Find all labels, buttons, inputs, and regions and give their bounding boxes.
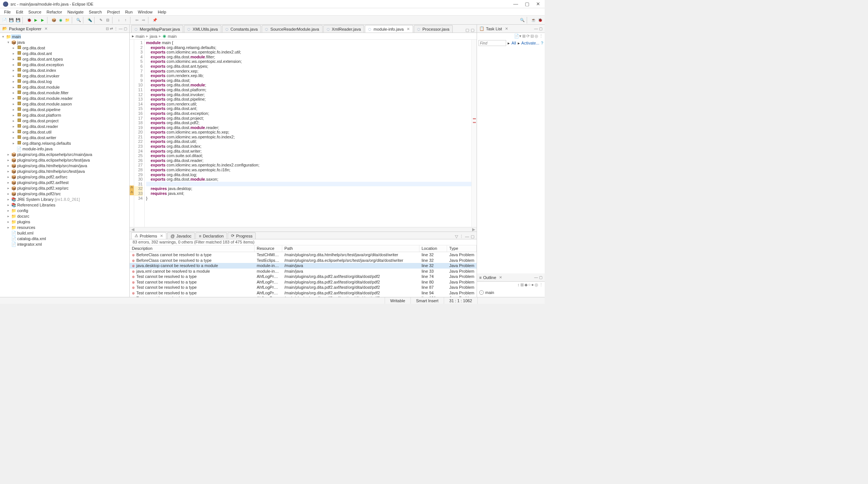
minimize-pane-icon[interactable]: —: [119, 27, 123, 31]
debug-icon[interactable]: 🐞: [26, 17, 32, 23]
problem-row[interactable]: ⊗Test cannot be resolved to a typeAhfLog…: [130, 295, 477, 297]
activate-link[interactable]: Activate...: [521, 41, 539, 45]
link-editor-icon[interactable]: ⇄: [110, 27, 113, 31]
tree-item[interactable]: ▸📦plugins/org.dita.eclipsehelp/src/test/…: [0, 157, 129, 163]
hide-local-icon[interactable]: ●: [531, 282, 534, 287]
tree-item[interactable]: ▸📁config: [0, 208, 129, 213]
back-icon[interactable]: ⇦: [134, 17, 140, 23]
close-button[interactable]: ✕: [536, 1, 540, 7]
new-task-icon[interactable]: 📄▾: [514, 34, 521, 39]
editor-tab[interactable]: ◌Constants.java: [222, 25, 261, 33]
bottom-tab-javadoc[interactable]: @Javadoc: [167, 232, 195, 239]
minimize-pane-icon[interactable]: —: [534, 27, 538, 31]
filter-icon[interactable]: ▽: [455, 234, 458, 239]
pin-icon[interactable]: 📌: [152, 17, 158, 23]
tree-item[interactable]: ▸📁plugins: [0, 219, 129, 224]
minimize-pane-icon[interactable]: —: [534, 275, 538, 279]
menu-search[interactable]: Search: [86, 9, 105, 15]
overview-ruler[interactable]: [471, 40, 477, 227]
code-area[interactable]: module main { exports org.ditang.relaxng…: [145, 40, 471, 227]
tree-item[interactable]: ▸📚Referenced Libraries: [0, 202, 129, 208]
problem-row[interactable]: ⊗java.desktop cannot be resolved to a mo…: [130, 263, 477, 269]
new-package-icon[interactable]: 📦: [51, 17, 57, 23]
tree-item[interactable]: ▸org.ditang.relaxng.defaults: [0, 140, 129, 146]
col-location[interactable]: Location: [419, 245, 447, 252]
editor-tab[interactable]: ◌SourceReaderModule.java: [262, 25, 322, 33]
tree-item[interactable]: ▸org.dita.dost.platform: [0, 112, 129, 118]
tree-item[interactable]: ▸org.dita.dost.index: [0, 67, 129, 73]
tree-item[interactable]: ▸org.dita.dost.module.filter: [0, 90, 129, 95]
close-icon[interactable]: ✕: [499, 275, 502, 279]
editor-tab[interactable]: ◌Processor.java: [414, 25, 453, 33]
tree-item[interactable]: ▸📦plugins/org.dita.pdf2/src: [0, 191, 129, 196]
breadcrumb-project[interactable]: main: [136, 34, 145, 39]
tree-item[interactable]: ▸org.dita.dost.ant.types: [0, 56, 129, 62]
tree-item[interactable]: ▸org.dita.dost.module: [0, 84, 129, 90]
tree-item[interactable]: ▸org.dita.dost.reader: [0, 123, 129, 129]
help-icon[interactable]: ?: [541, 41, 543, 45]
quick-access-icon[interactable]: 🔍: [519, 17, 525, 23]
tree-item[interactable]: ▸org.dita.dost.util: [0, 129, 129, 135]
categorize-icon[interactable]: ⊞: [522, 34, 526, 39]
task-find-input[interactable]: [478, 40, 506, 46]
bottom-tab-progress[interactable]: ⟳Progress: [228, 232, 256, 239]
problem-row[interactable]: ⊗BeforeClass cannot be resolved to a typ…: [130, 258, 477, 263]
tree-item[interactable]: ▾📁main: [0, 34, 129, 39]
tree-item[interactable]: ▸org.dita.dost: [0, 45, 129, 50]
menu-help[interactable]: Help: [155, 9, 169, 15]
search-icon[interactable]: 🔦: [87, 17, 93, 23]
tree-item[interactable]: ▸org.dita.dost.ant: [0, 50, 129, 56]
new-folder-icon[interactable]: 📁: [64, 17, 70, 23]
maximize-editor-icon[interactable]: ▢: [471, 28, 474, 33]
coverage-icon[interactable]: ▶: [40, 17, 46, 23]
bottom-tab-problems[interactable]: ⚠Problems✕: [131, 232, 166, 239]
col-path[interactable]: Path: [282, 245, 419, 252]
tree-item[interactable]: ▸📦plugins/org.dita.htmlhelp/src/test/jav…: [0, 168, 129, 174]
menu-navigate[interactable]: Navigate: [65, 9, 86, 15]
tree-item[interactable]: ▸org.dita.dost.writer: [0, 135, 129, 140]
view-menu-icon[interactable]: ⋮: [459, 234, 464, 239]
breadcrumb[interactable]: ▸ main ▸ java ▸ ◉ main: [130, 33, 477, 40]
prev-annotation-icon[interactable]: ↑: [123, 17, 129, 23]
hide-static-icon[interactable]: ◆: [524, 282, 527, 287]
collapse-icon[interactable]: ⊟: [530, 34, 534, 39]
editor-tab[interactable]: ◌module-info.java✕: [365, 25, 413, 33]
problems-header[interactable]: Description Resource Path Location Type: [130, 245, 477, 252]
menu-window[interactable]: Window: [135, 9, 155, 15]
focus-icon[interactable]: ◎: [535, 34, 538, 39]
hide-nonpublic-icon[interactable]: ○: [528, 282, 531, 287]
col-description[interactable]: Description: [130, 245, 255, 252]
toggle-comment-icon[interactable]: ✎: [98, 17, 104, 23]
tree-item[interactable]: ▸📁docsrc: [0, 213, 129, 219]
sort-icon[interactable]: ↕: [517, 282, 520, 287]
menu-source[interactable]: Source: [26, 9, 44, 15]
breadcrumb-element[interactable]: main: [168, 34, 177, 39]
editor-tab[interactable]: ◌MergeMapParser.java: [131, 25, 184, 33]
open-type-icon[interactable]: 🔍: [76, 17, 81, 23]
perspective-java-icon[interactable]: ☕: [530, 17, 536, 23]
tree-item[interactable]: ▸📦plugins/org.dita.eclipsehelp/src/main/…: [0, 151, 129, 157]
run-icon[interactable]: ▶: [33, 17, 39, 23]
maximize-pane-icon[interactable]: ▢: [124, 27, 127, 31]
view-menu-icon[interactable]: ⋮: [539, 282, 543, 287]
close-icon[interactable]: ✕: [44, 27, 47, 31]
save-all-icon[interactable]: 💾: [15, 17, 21, 23]
perspective-debug-icon[interactable]: 🐞: [537, 17, 543, 23]
tree-item[interactable]: ▸org.dita.dost.pipeline: [0, 107, 129, 112]
tree-item[interactable]: ▸📦plugins/org.dita.pdf2.axf/src: [0, 174, 129, 180]
outline-body[interactable]: ◦ main: [477, 288, 545, 297]
package-tree[interactable]: ▾📁main▾📦java▸org.dita.dost▸org.dita.dost…: [0, 33, 129, 297]
tree-item[interactable]: ▸org.dita.dost.project: [0, 118, 129, 123]
forward-icon[interactable]: ⇨: [141, 17, 147, 23]
tree-item[interactable]: ▸org.dita.dost.module.reader: [0, 95, 129, 101]
new-class-icon[interactable]: ◉: [58, 17, 64, 23]
tree-item[interactable]: 📄integrator.xml: [0, 241, 129, 247]
menu-edit[interactable]: Edit: [13, 9, 26, 15]
restore-icon[interactable]: ▢: [465, 28, 469, 33]
menu-run[interactable]: Run: [123, 9, 135, 15]
problem-row[interactable]: ⊗Test cannot be resolved to a typeAhfLog…: [130, 285, 477, 290]
view-menu-icon[interactable]: ⋮: [114, 27, 118, 31]
outline-item[interactable]: ◦ main: [479, 290, 542, 295]
next-annotation-icon[interactable]: ↓: [116, 17, 122, 23]
col-type[interactable]: Type: [447, 245, 477, 252]
